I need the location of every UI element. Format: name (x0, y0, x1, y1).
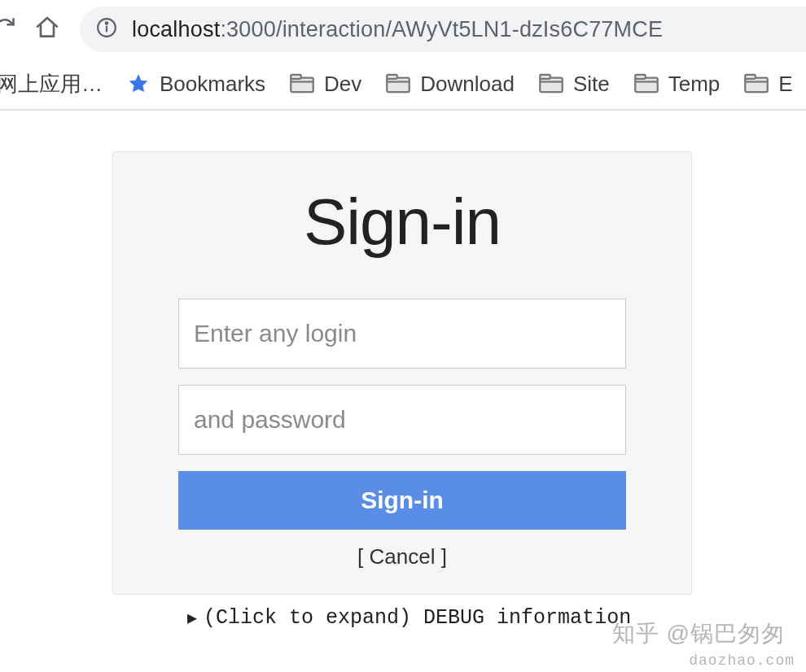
bookmark-item-dev[interactable]: Dev (290, 72, 361, 97)
bookmark-label: E (778, 72, 792, 97)
url-host: localhost (132, 17, 220, 41)
disclosure-triangle-icon: ▶ (187, 608, 197, 628)
url-text: localhost:3000/interaction/AWyVt5LN1-dzI… (132, 17, 663, 42)
cancel-link[interactable]: [ Cancel ] (357, 544, 447, 569)
bookmark-label: Bookmarks (160, 72, 265, 97)
folder-icon (386, 73, 410, 94)
watermark-text: 知乎 @锅巴匆匆 (612, 618, 785, 649)
svg-rect-16 (746, 75, 756, 79)
signin-button[interactable]: Sign-in (178, 471, 626, 530)
page-title: Sign-in (178, 185, 626, 260)
reload-icon[interactable] (0, 16, 16, 44)
bookmark-label: Dev (324, 72, 361, 97)
login-input[interactable] (178, 299, 626, 369)
svg-rect-12 (635, 78, 658, 93)
folder-icon (539, 73, 563, 94)
page-content: Sign-in Sign-in [ Cancel ] ▶ (Click to e… (0, 111, 806, 630)
bookmark-label: Download (420, 72, 515, 97)
watermark-domain: daozhao.com (689, 652, 795, 669)
bookmark-item-cutoff[interactable]: E (744, 72, 792, 97)
svg-rect-3 (291, 78, 313, 93)
address-bar[interactable]: localhost:3000/interaction/AWyVt5LN1-dzI… (80, 7, 806, 52)
bookmark-item-temp[interactable]: Temp (634, 72, 721, 97)
bookmarks-bar: 网上应用… Bookmarks Dev Download (0, 59, 806, 111)
info-icon[interactable] (96, 17, 117, 41)
bookmark-label: 网上应用… (0, 70, 103, 98)
password-input[interactable] (178, 385, 626, 455)
svg-rect-4 (291, 75, 301, 79)
svg-rect-7 (388, 75, 398, 79)
svg-rect-13 (635, 75, 646, 79)
svg-rect-15 (746, 78, 769, 93)
svg-rect-6 (388, 78, 410, 93)
signin-card: Sign-in Sign-in [ Cancel ] (112, 151, 692, 595)
bookmark-item-download[interactable]: Download (386, 72, 515, 97)
svg-rect-10 (540, 75, 550, 79)
home-icon[interactable] (34, 15, 60, 44)
svg-point-2 (106, 22, 108, 24)
folder-icon (744, 73, 769, 94)
bookmark-item-apps[interactable]: 网上应用… (0, 70, 103, 98)
star-icon (127, 72, 150, 95)
folder-icon (290, 73, 314, 94)
url-path: :3000/interaction/AWyVt5LN1-dzIs6C77MCE (220, 17, 663, 41)
debug-toggle[interactable]: ▶ (Click to expand) DEBUG information (112, 606, 692, 630)
browser-toolbar: localhost:3000/interaction/AWyVt5LN1-dzI… (0, 0, 806, 59)
bookmark-item-bookmarks[interactable]: Bookmarks (127, 72, 265, 97)
svg-rect-9 (540, 78, 563, 93)
bookmark-item-site[interactable]: Site (539, 72, 610, 97)
bookmark-label: Temp (668, 72, 721, 97)
bookmark-label: Site (573, 72, 610, 97)
folder-icon (634, 73, 659, 94)
debug-label: (Click to expand) DEBUG information (204, 606, 631, 630)
